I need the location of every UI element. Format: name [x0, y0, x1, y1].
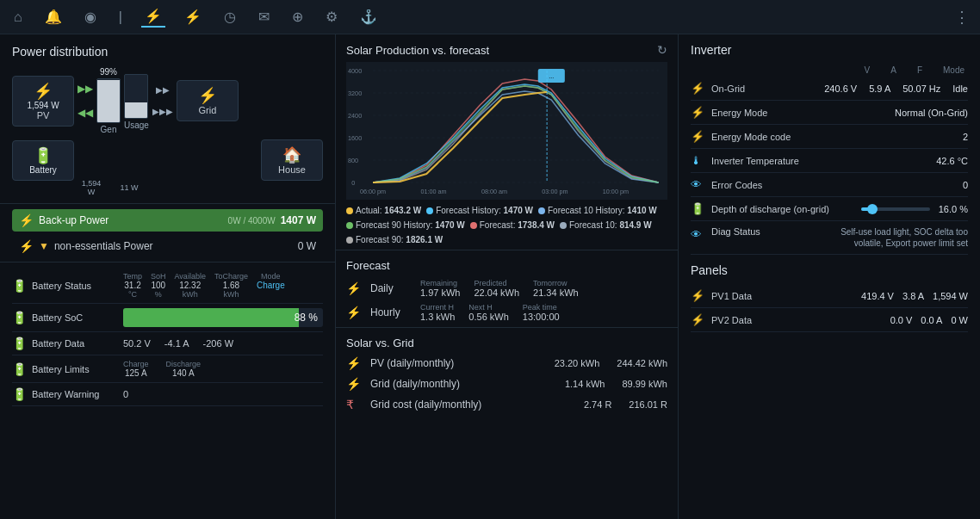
current-h-val: 1.3 kWh — [420, 312, 455, 322]
battery-status-icon: 🔋 — [12, 279, 27, 293]
power-distribution-section: Power distribution ⚡ 1,594 W PV ▶▶ ◀◀ — [0, 34, 335, 204]
discharge-label: Depth of discharge (on-grid) — [711, 204, 854, 214]
pv1-a: 3.8 A — [902, 291, 924, 301]
charge-label: Charge — [123, 360, 149, 368]
forecast-hourly-row: ⚡ Hourly Current H 1.3 kWh Next H 0.56 k… — [346, 303, 667, 322]
inv-temp-label: Inverter Temperature — [711, 156, 929, 166]
nav-settings-icon[interactable]: ⚙ — [322, 7, 341, 27]
cost-monthly: 216.01 R — [629, 399, 667, 410]
more-menu-icon[interactable]: ⋮ — [954, 8, 970, 27]
tomorrow-label: Tomorrow — [533, 279, 579, 287]
nav-solar-icon[interactable]: ⚡ — [141, 6, 165, 28]
forecast-dot — [470, 222, 477, 229]
pv1-row: ⚡ PV1 Data 419.4 V 3.8 A 1,594 W — [691, 284, 968, 308]
nav-notify-icon[interactable]: 🔔 — [41, 7, 65, 27]
svg-text:10:00 pm: 10:00 pm — [603, 188, 629, 195]
usage-bar — [124, 74, 148, 119]
on-grid-values: 240.6 V 5.9 A 50.07 Hz Idle — [824, 83, 968, 94]
charge-val: 125 A — [125, 368, 147, 378]
fc90-hist-label: Forecast 90 History: 1470 W — [356, 220, 465, 230]
forecast-section: Forecast ⚡ Daily Remaining 1.97 kWh Pred… — [336, 250, 678, 328]
battery-soc-name: Battery SoC — [32, 312, 118, 323]
backup-sub: 0W / 4000W — [228, 216, 276, 226]
lightning-icon: ⚡ — [19, 239, 34, 253]
next-h-val: 0.56 kWh — [468, 312, 508, 322]
predicted-label: Predicted — [474, 279, 519, 287]
nav-network-icon[interactable]: ⊕ — [288, 7, 307, 27]
inverter-header: V A F Mode — [691, 65, 968, 75]
peak-val: 13:00:00 — [523, 312, 560, 322]
non-ess-label: non-essentials Power — [54, 240, 293, 252]
solar-vs-grid-section: Solar vs. Grid ⚡ PV (daily/monthly) 23.2… — [336, 328, 678, 417]
grid-label: Grid — [184, 105, 231, 115]
grid-svg-values: 1.14 kWh 89.99 kWh — [565, 379, 667, 389]
pv1-w: 1,594 W — [933, 291, 968, 301]
nav-home-icon[interactable]: ⌂ — [10, 8, 26, 27]
error-codes-row: 👁 Error Codes 0 — [691, 173, 968, 197]
avail-val: 12.32 — [179, 281, 201, 290]
forecast-label: Forecast: 1738.4 W — [480, 220, 555, 230]
legend-forecast-hist: Forecast History: 1470 W — [426, 206, 533, 215]
battery-data-row: 🔋 Battery Data 50.2 V -4.1 A -206 W — [12, 332, 323, 355]
house-box: 🏠 House — [261, 139, 323, 181]
solar-chart: 4000 3200 2400 1600 800 0 — [346, 62, 667, 200]
chart-legend: Actual: 1643.2 W Forecast History: 1470 … — [346, 206, 667, 244]
chart-section: Solar Production vs. forecast ↻ 4000 320… — [336, 34, 678, 250]
fc90-label: Forecast 90: 1826.1 W — [356, 235, 443, 244]
energy-code-val: 2 — [963, 132, 968, 142]
chart-title: Solar Production vs. forecast — [346, 44, 489, 57]
svg-text:4000: 4000 — [348, 68, 362, 75]
pv2-icon: ⚡ — [691, 313, 704, 326]
on-grid-label: On-Grid — [711, 83, 817, 94]
diag-icon: 👁 — [691, 226, 704, 241]
battery-warning-icon: 🔋 — [12, 387, 27, 401]
gen-label: Gen — [101, 125, 117, 134]
nav-icon-group: ⌂ 🔔 ◉ | ⚡ ⚡ ◷ ✉ ⊕ ⚙ ⚓ — [10, 6, 937, 28]
temp-unit: °C — [128, 290, 137, 299]
cost-svg-icon: ₹ — [346, 398, 363, 411]
hourly-current: Current H 1.3 kWh — [420, 303, 455, 322]
power-dist-title: Power distribution — [12, 45, 323, 59]
pv-daily: 23.20 kWh — [555, 358, 600, 368]
battery-data-v: 50.2 V — [123, 338, 151, 349]
svg-text:01:00 am: 01:00 am — [420, 188, 446, 195]
pv2-row: ⚡ PV2 Data 0.0 V 0.0 A 0 W — [691, 308, 968, 332]
battery-limits-icon: 🔋 — [12, 362, 27, 376]
pv1-values: 419.4 V 3.8 A 1,594 W — [861, 291, 968, 301]
refresh-icon[interactable]: ↻ — [657, 43, 667, 57]
discharge-val: 16.0 % — [939, 204, 968, 214]
battery-status-row: 🔋 Battery Status Temp 31.2 °C SoH 100 % … — [12, 268, 323, 304]
nav-lightning-icon[interactable]: ⚡ — [181, 7, 205, 27]
nav-extra-icon[interactable]: ⚓ — [357, 7, 381, 27]
forecast-rows: ⚡ Daily Remaining 1.97 kWh Predicted 22.… — [346, 279, 667, 322]
energy-mode-row: ⚡ Energy Mode Normal (On-Grid) — [691, 101, 968, 125]
error-icon: 👁 — [691, 178, 704, 191]
battery-status-name: Battery Status — [32, 281, 118, 291]
cost-row: ₹ Grid cost (daily/monthly) 2.74 R 216.0… — [346, 398, 667, 411]
battery-box: 🔋 Battery — [12, 140, 74, 181]
actual-label: Actual: 1643.2 W — [356, 206, 421, 215]
nav-power-icon[interactable]: ◉ — [81, 7, 100, 27]
discharge-slider[interactable]: 16.0 % — [861, 204, 968, 214]
grid-box: ⚡ Grid — [177, 80, 239, 121]
panels-title: Panels — [691, 263, 968, 277]
top-navigation: ⌂ 🔔 ◉ | ⚡ ⚡ ◷ ✉ ⊕ ⚙ ⚓ ⋮ — [0, 0, 980, 34]
pv1-v: 419.4 V — [861, 291, 894, 301]
nav-clock-icon[interactable]: ◷ — [220, 7, 239, 27]
pv1-icon: ⚡ — [691, 289, 704, 302]
pv-box: ⚡ 1,594 W PV — [12, 76, 74, 127]
remaining-label: Remaining — [420, 279, 460, 287]
fc90-hist-dot — [346, 222, 353, 229]
daily-icon: ⚡ — [346, 281, 363, 295]
tocharge-label: ToCharge — [214, 272, 248, 281]
svg-text:08:00 am: 08:00 am — [481, 188, 507, 195]
slider-thumb[interactable] — [867, 204, 878, 214]
soc-percent-label: 88 % — [295, 312, 318, 324]
legend-actual: Actual: 1643.2 W — [346, 206, 421, 215]
on-grid-row: ⚡ On-Grid 240.6 V 5.9 A 50.07 Hz Idle — [691, 77, 968, 101]
daily-tomorrow: Tomorrow 21.34 kWh — [533, 279, 579, 298]
nav-mail-icon[interactable]: ✉ — [255, 7, 273, 27]
grid-svg-icon: ⚡ — [346, 377, 363, 391]
legend-fc10-hist: Forecast 10 History: 1410 W — [538, 206, 657, 215]
nav-temp-icon[interactable]: | — [115, 8, 126, 27]
